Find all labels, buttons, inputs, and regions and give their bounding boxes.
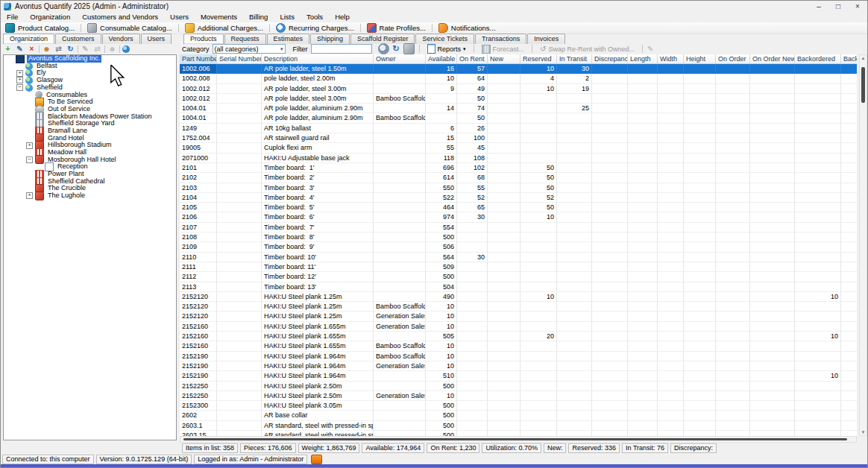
hand-truck-icon[interactable] bbox=[403, 43, 415, 54]
move-icon[interactable]: ⇄ bbox=[54, 45, 63, 54]
tree-item-glasgow[interactable]: +Glasgow bbox=[4, 77, 176, 84]
tree-item-the-lughole[interactable]: +The Lughole bbox=[4, 192, 176, 200]
refresh-icon[interactable]: ↻ bbox=[391, 44, 401, 54]
column-header-serial-number[interactable]: Serial Number bbox=[217, 54, 262, 63]
support-icon[interactable] bbox=[311, 455, 322, 464]
vertical-scroll-thumb[interactable] bbox=[861, 67, 865, 103]
menu-item-organization[interactable]: Organization bbox=[24, 12, 76, 22]
table-row[interactable]: 1002.006AR pole ladder, steel 1.50m16571… bbox=[180, 64, 857, 74]
column-header-on-rent[interactable]: On Rent bbox=[457, 54, 488, 63]
scroll-down-icon[interactable]: ▼ bbox=[860, 430, 867, 434]
reports-button[interactable]: Reports ▾ bbox=[424, 44, 469, 54]
menu-item-billing[interactable]: Billing bbox=[243, 12, 274, 22]
toolbar-button-additional-charges[interactable]: Additional Charges... bbox=[180, 22, 268, 34]
refresh-icon[interactable]: ↻ bbox=[66, 45, 75, 54]
table-row[interactable]: 2602AR base collar500 bbox=[180, 411, 857, 420]
edit-disabled-icon[interactable]: ✎ bbox=[81, 45, 90, 54]
table-row[interactable]: 2106Timber board: 6'9743010 bbox=[180, 212, 857, 222]
menu-item-lists[interactable]: Lists bbox=[274, 12, 301, 22]
menu-item-movements[interactable]: Movements bbox=[195, 12, 243, 22]
tab-requests[interactable]: Requests bbox=[224, 34, 266, 44]
toolbar-button-notifications[interactable]: Notifications... bbox=[434, 22, 500, 34]
table-row[interactable]: 2113Timber board: 13'504 bbox=[180, 282, 857, 292]
table-row[interactable]: 2152190HAKI:U Steel plank 1.964m51010 bbox=[180, 371, 857, 381]
delete-icon[interactable]: × bbox=[27, 45, 37, 54]
table-row[interactable]: 2109Timber board: 9'506 bbox=[180, 242, 857, 252]
table-row[interactable]: 2152250HAKI:U Steel plank 2.50mGeneratio… bbox=[180, 391, 857, 401]
tree-item-reception[interactable]: Reception bbox=[4, 163, 176, 171]
table-row[interactable]: 2603.1AR standard, steel with pressed-in… bbox=[180, 421, 857, 431]
table-row[interactable]: 2102Timber board: 2'6146850 bbox=[180, 173, 857, 183]
tab-shipping[interactable]: Shipping bbox=[310, 34, 350, 44]
tree-item-sheffield[interactable]: −Sheffield bbox=[4, 84, 176, 92]
menu-item-customers-and-vendors[interactable]: Customers and Vendors bbox=[76, 12, 164, 22]
forecast-button[interactable]: Forecast... bbox=[479, 44, 528, 54]
expand-plus-icon[interactable]: + bbox=[16, 77, 23, 83]
user-disabled-icon[interactable]: ☻ bbox=[107, 45, 117, 54]
table-row[interactable]: 2152160HAKI:U Steel plank 1.655mGenerati… bbox=[180, 322, 857, 332]
horizontal-scrollbar[interactable] bbox=[180, 436, 857, 443]
tab-invoices[interactable]: Invoices bbox=[527, 34, 565, 44]
tree-item-avontus-scaffolding-inc[interactable]: Avontus Scaffolding Inc. bbox=[4, 55, 176, 63]
table-row[interactable]: 2152160HAKI:U Steel plank 1.655m5052010 bbox=[180, 332, 857, 341]
table-row[interactable]: 2108Timber board: 8'500 bbox=[180, 233, 857, 242]
tree-item-hillsborough-stadium[interactable]: +Hillsborough Stadium bbox=[4, 142, 176, 149]
table-row[interactable]: 1002.008pole ladder, steel 2.00m106442 bbox=[180, 74, 857, 83]
tree-item-sheffield-storage-yard[interactable]: Sheffield Storage Yard bbox=[4, 120, 176, 127]
horizontal-scroll-thumb[interactable] bbox=[183, 438, 847, 440]
table-row[interactable]: 2152190HAKI:U Steel plank 1.964mBamboo S… bbox=[180, 352, 857, 361]
table-row[interactable]: 2107Timber board: 7'554 bbox=[180, 223, 857, 233]
column-header-description[interactable]: Description bbox=[262, 54, 374, 63]
column-header-backordered[interactable]: Backordered bbox=[795, 54, 841, 63]
menu-item-tools[interactable]: Tools bbox=[301, 12, 329, 22]
category-select[interactable]: (all categories) ▾ bbox=[213, 44, 286, 54]
column-header-width[interactable]: Width bbox=[658, 54, 684, 63]
table-row[interactable]: 2105Timber board: 5'4646550 bbox=[180, 203, 857, 212]
expand-plus-icon[interactable]: + bbox=[26, 142, 33, 149]
tab-users[interactable]: Users bbox=[141, 34, 172, 44]
tab-vendors[interactable]: Vendors bbox=[102, 34, 140, 44]
column-header-height[interactable]: Height bbox=[684, 54, 716, 63]
maximize-icon[interactable]: □ bbox=[828, 1, 848, 12]
table-row[interactable]: 2152160HAKI:U Steel plank 1.655mBamboo S… bbox=[180, 341, 857, 351]
table-row[interactable]: 2152300HAKI:U Steel plank 3.05m500 bbox=[180, 401, 857, 411]
column-header-new[interactable]: New bbox=[488, 54, 521, 63]
table-row[interactable]: 2110Timber board: 10'56430 bbox=[180, 253, 857, 262]
scroll-up-icon[interactable]: ▲ bbox=[860, 56, 867, 60]
tab-service-tickets[interactable]: Service Tickets bbox=[415, 34, 474, 44]
add-icon[interactable]: + bbox=[3, 45, 13, 54]
toolbar-button-rate-profiles[interactable]: Rate Profiles... bbox=[362, 22, 430, 34]
filter-input[interactable] bbox=[311, 44, 372, 54]
tab-organization[interactable]: Organization bbox=[3, 34, 54, 44]
column-header-reserved[interactable]: Reserved bbox=[521, 54, 557, 63]
column-header-on-order[interactable]: On Order bbox=[716, 54, 750, 63]
table-row[interactable]: 1004.01AR pole ladder, aluminium 2.90m14… bbox=[180, 104, 857, 113]
table-row[interactable]: 19005Cuplok flexi arm5545 bbox=[180, 143, 857, 153]
close-icon[interactable]: × bbox=[848, 1, 867, 12]
tab-scaffold-register[interactable]: Scaffold Register bbox=[350, 34, 415, 44]
expand-plus-icon[interactable]: + bbox=[16, 70, 23, 77]
google-earth-icon[interactable] bbox=[122, 45, 130, 53]
tab-transactions[interactable]: Transactions bbox=[475, 34, 526, 44]
table-row[interactable]: 2152120HAKI:U Steel plank 1.25m4901010 bbox=[180, 292, 857, 302]
table-row[interactable]: 2152120HAKI:U Steel plank 1.25mGeneratio… bbox=[180, 312, 857, 321]
table-row[interactable]: 2603.15AR standard, steel with pressed-i… bbox=[180, 431, 857, 436]
column-header-available[interactable]: Available bbox=[426, 54, 457, 63]
menu-item-file[interactable]: File bbox=[1, 12, 24, 22]
column-header-length[interactable]: Length bbox=[628, 54, 658, 63]
table-row[interactable]: 2104Timber board: 4'5225252 bbox=[180, 193, 857, 203]
table-row[interactable]: 2152250HAKI:U Steel plank 2.50m500 bbox=[180, 382, 857, 391]
vertical-scrollbar[interactable]: ▲ ▼ bbox=[859, 54, 867, 436]
table-row[interactable]: 2071000HAKI:U Adjustable base jack118108 bbox=[180, 154, 857, 163]
edit-icon[interactable]: ✎ bbox=[15, 45, 25, 54]
tree-item-belfast[interactable]: Belfast bbox=[4, 63, 176, 70]
toolbar-button-recurring-charges[interactable]: Recurring Charges... bbox=[271, 22, 359, 34]
attach-disabled-icon[interactable]: ⇄ bbox=[92, 45, 102, 54]
expand-minus-icon[interactable]: − bbox=[26, 156, 33, 163]
swap-rerent-button[interactable]: ↺ Swap Re-Rent with Owned... bbox=[537, 44, 638, 54]
column-header-part-number[interactable]: Part Number bbox=[180, 54, 217, 63]
expand-plus-icon[interactable]: + bbox=[26, 192, 33, 199]
column-header-backord[interactable]: Backord bbox=[841, 54, 857, 63]
tab-customers[interactable]: Customers bbox=[55, 34, 101, 44]
column-header-on-order-new[interactable]: On Order New bbox=[750, 54, 795, 63]
